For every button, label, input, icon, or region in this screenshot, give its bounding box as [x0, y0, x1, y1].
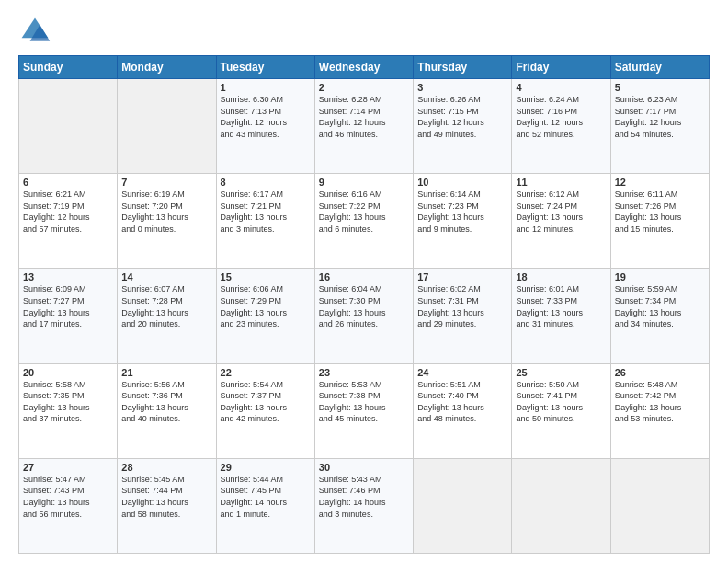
calendar-header-monday: Monday	[118, 56, 216, 79]
day-number: 21	[121, 367, 211, 378]
day-number: 9	[319, 177, 409, 188]
day-number: 16	[319, 271, 409, 282]
calendar-cell: 22Sunrise: 5:54 AM Sunset: 7:37 PM Dayli…	[216, 363, 314, 458]
calendar-cell: 13Sunrise: 6:09 AM Sunset: 7:27 PM Dayli…	[19, 269, 118, 363]
day-number: 5	[615, 82, 705, 93]
calendar-cell: 18Sunrise: 6:01 AM Sunset: 7:33 PM Dayli…	[512, 269, 610, 363]
day-number: 15	[221, 271, 311, 282]
day-info: Sunrise: 5:43 AM Sunset: 7:46 PM Dayligh…	[319, 474, 409, 520]
day-number: 11	[516, 177, 606, 188]
day-number: 10	[417, 177, 507, 188]
day-info: Sunrise: 6:21 AM Sunset: 7:19 PM Dayligh…	[23, 189, 113, 235]
calendar-cell: 6Sunrise: 6:21 AM Sunset: 7:19 PM Daylig…	[19, 174, 118, 269]
day-info: Sunrise: 5:44 AM Sunset: 7:45 PM Dayligh…	[221, 474, 311, 520]
calendar-cell	[414, 458, 512, 553]
day-number: 12	[615, 177, 705, 188]
day-info: Sunrise: 5:51 AM Sunset: 7:40 PM Dayligh…	[417, 379, 507, 425]
calendar-cell: 14Sunrise: 6:07 AM Sunset: 7:28 PM Dayli…	[118, 269, 216, 363]
day-info: Sunrise: 6:07 AM Sunset: 7:28 PM Dayligh…	[121, 283, 211, 329]
calendar-week-3: 13Sunrise: 6:09 AM Sunset: 7:27 PM Dayli…	[19, 269, 710, 363]
day-number: 7	[121, 177, 211, 188]
day-info: Sunrise: 6:16 AM Sunset: 7:22 PM Dayligh…	[319, 189, 409, 235]
day-info: Sunrise: 6:01 AM Sunset: 7:33 PM Dayligh…	[516, 283, 606, 329]
day-number: 3	[417, 82, 507, 93]
logo	[18, 15, 55, 48]
day-number: 1	[221, 82, 311, 93]
calendar-header-sunday: Sunday	[19, 56, 118, 79]
calendar-header-wednesday: Wednesday	[314, 56, 413, 79]
calendar-cell: 9Sunrise: 6:16 AM Sunset: 7:22 PM Daylig…	[314, 174, 413, 269]
day-number: 24	[417, 367, 507, 378]
calendar-header-thursday: Thursday	[414, 56, 512, 79]
calendar-week-1: 1Sunrise: 6:30 AM Sunset: 7:13 PM Daylig…	[19, 79, 710, 174]
calendar-cell	[512, 458, 610, 553]
calendar-cell: 26Sunrise: 5:48 AM Sunset: 7:42 PM Dayli…	[610, 363, 709, 458]
calendar-cell	[118, 79, 216, 174]
day-info: Sunrise: 5:48 AM Sunset: 7:42 PM Dayligh…	[615, 379, 705, 425]
day-info: Sunrise: 5:59 AM Sunset: 7:34 PM Dayligh…	[615, 283, 705, 329]
day-number: 23	[319, 367, 409, 378]
day-number: 2	[319, 82, 409, 93]
calendar-cell: 1Sunrise: 6:30 AM Sunset: 7:13 PM Daylig…	[216, 79, 314, 174]
day-info: Sunrise: 6:09 AM Sunset: 7:27 PM Dayligh…	[23, 283, 113, 329]
day-info: Sunrise: 6:11 AM Sunset: 7:26 PM Dayligh…	[615, 189, 705, 235]
calendar-cell: 16Sunrise: 6:04 AM Sunset: 7:30 PM Dayli…	[314, 269, 413, 363]
logo-icon	[18, 15, 51, 48]
day-number: 4	[516, 82, 606, 93]
day-info: Sunrise: 6:23 AM Sunset: 7:17 PM Dayligh…	[615, 94, 705, 140]
calendar-cell: 25Sunrise: 5:50 AM Sunset: 7:41 PM Dayli…	[512, 363, 610, 458]
day-info: Sunrise: 6:02 AM Sunset: 7:31 PM Dayligh…	[417, 283, 507, 329]
calendar-cell: 7Sunrise: 6:19 AM Sunset: 7:20 PM Daylig…	[118, 174, 216, 269]
day-info: Sunrise: 6:06 AM Sunset: 7:29 PM Dayligh…	[221, 283, 311, 329]
header	[18, 15, 710, 48]
day-info: Sunrise: 6:14 AM Sunset: 7:23 PM Dayligh…	[417, 189, 507, 235]
calendar-cell: 15Sunrise: 6:06 AM Sunset: 7:29 PM Dayli…	[216, 269, 314, 363]
calendar-cell: 5Sunrise: 6:23 AM Sunset: 7:17 PM Daylig…	[610, 79, 709, 174]
day-number: 19	[615, 271, 705, 282]
day-number: 25	[516, 367, 606, 378]
calendar-header-row: SundayMondayTuesdayWednesdayThursdayFrid…	[19, 56, 710, 79]
calendar-cell	[610, 458, 709, 553]
calendar-cell: 11Sunrise: 6:12 AM Sunset: 7:24 PM Dayli…	[512, 174, 610, 269]
day-info: Sunrise: 5:58 AM Sunset: 7:35 PM Dayligh…	[23, 379, 113, 425]
page: SundayMondayTuesdayWednesdayThursdayFrid…	[0, 0, 728, 563]
day-number: 6	[23, 177, 113, 188]
calendar-header-friday: Friday	[512, 56, 610, 79]
calendar-cell: 10Sunrise: 6:14 AM Sunset: 7:23 PM Dayli…	[414, 174, 512, 269]
calendar-cell: 8Sunrise: 6:17 AM Sunset: 7:21 PM Daylig…	[216, 174, 314, 269]
day-info: Sunrise: 5:53 AM Sunset: 7:38 PM Dayligh…	[319, 379, 409, 425]
calendar-cell: 20Sunrise: 5:58 AM Sunset: 7:35 PM Dayli…	[19, 363, 118, 458]
day-number: 8	[221, 177, 311, 188]
calendar-cell: 4Sunrise: 6:24 AM Sunset: 7:16 PM Daylig…	[512, 79, 610, 174]
day-info: Sunrise: 5:56 AM Sunset: 7:36 PM Dayligh…	[121, 379, 211, 425]
calendar-cell: 28Sunrise: 5:45 AM Sunset: 7:44 PM Dayli…	[118, 458, 216, 553]
day-number: 29	[221, 462, 311, 473]
calendar-cell: 23Sunrise: 5:53 AM Sunset: 7:38 PM Dayli…	[314, 363, 413, 458]
calendar-table: SundayMondayTuesdayWednesdayThursdayFrid…	[18, 55, 710, 554]
calendar-cell: 30Sunrise: 5:43 AM Sunset: 7:46 PM Dayli…	[314, 458, 413, 553]
day-number: 26	[615, 367, 705, 378]
calendar-week-2: 6Sunrise: 6:21 AM Sunset: 7:19 PM Daylig…	[19, 174, 710, 269]
day-info: Sunrise: 6:19 AM Sunset: 7:20 PM Dayligh…	[121, 189, 211, 235]
day-info: Sunrise: 6:30 AM Sunset: 7:13 PM Dayligh…	[221, 94, 311, 140]
day-number: 17	[417, 271, 507, 282]
calendar-week-5: 27Sunrise: 5:47 AM Sunset: 7:43 PM Dayli…	[19, 458, 710, 553]
calendar-cell: 29Sunrise: 5:44 AM Sunset: 7:45 PM Dayli…	[216, 458, 314, 553]
day-number: 22	[221, 367, 311, 378]
day-info: Sunrise: 6:04 AM Sunset: 7:30 PM Dayligh…	[319, 283, 409, 329]
day-number: 20	[23, 367, 113, 378]
day-number: 14	[121, 271, 211, 282]
day-info: Sunrise: 6:26 AM Sunset: 7:15 PM Dayligh…	[417, 94, 507, 140]
calendar-cell: 21Sunrise: 5:56 AM Sunset: 7:36 PM Dayli…	[118, 363, 216, 458]
day-number: 30	[319, 462, 409, 473]
calendar-header-saturday: Saturday	[610, 56, 709, 79]
day-info: Sunrise: 6:28 AM Sunset: 7:14 PM Dayligh…	[319, 94, 409, 140]
day-info: Sunrise: 6:12 AM Sunset: 7:24 PM Dayligh…	[516, 189, 606, 235]
calendar-cell: 12Sunrise: 6:11 AM Sunset: 7:26 PM Dayli…	[610, 174, 709, 269]
day-number: 27	[23, 462, 113, 473]
calendar-cell: 3Sunrise: 6:26 AM Sunset: 7:15 PM Daylig…	[414, 79, 512, 174]
day-info: Sunrise: 5:47 AM Sunset: 7:43 PM Dayligh…	[23, 474, 113, 520]
calendar-week-4: 20Sunrise: 5:58 AM Sunset: 7:35 PM Dayli…	[19, 363, 710, 458]
calendar-cell: 27Sunrise: 5:47 AM Sunset: 7:43 PM Dayli…	[19, 458, 118, 553]
calendar-cell: 24Sunrise: 5:51 AM Sunset: 7:40 PM Dayli…	[414, 363, 512, 458]
